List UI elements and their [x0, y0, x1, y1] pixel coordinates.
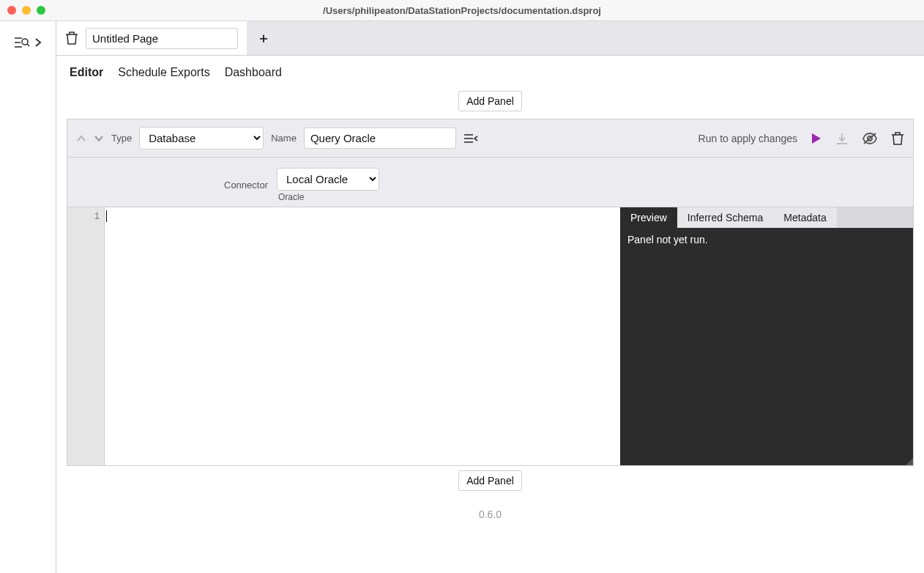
code-gutter: 1 [67, 207, 105, 465]
window-controls [0, 6, 45, 15]
run-hint: Run to apply changes [698, 133, 797, 144]
nav-dashboard[interactable]: Dashboard [225, 66, 282, 79]
svg-line-4 [27, 44, 29, 46]
connector-select[interactable]: Local Oracle [277, 168, 379, 191]
panel-header: Type Database Name [67, 119, 913, 158]
add-page-button[interactable]: ＋ [247, 29, 280, 47]
panel: Type Database Name [67, 119, 914, 466]
window-title: /Users/philipeaton/DataStationProjects/d… [0, 5, 924, 16]
page-tab[interactable] [56, 21, 247, 55]
add-panel-button-bottom[interactable]: Add Panel [458, 470, 522, 491]
add-panel-button-top[interactable]: Add Panel [458, 91, 522, 111]
tab-preview[interactable]: Preview [620, 207, 677, 228]
chevron-right-icon[interactable] [34, 37, 42, 48]
preview-message: Panel not yet run. [627, 234, 708, 245]
connector-kind: Oracle [278, 192, 304, 202]
close-window-icon[interactable] [7, 6, 16, 15]
minimize-window-icon[interactable] [22, 6, 31, 15]
panel-name-input[interactable] [304, 127, 456, 149]
text-caret [106, 210, 107, 222]
filter-search-icon[interactable] [14, 36, 30, 49]
connector-label: Connector [224, 180, 268, 191]
move-panel-up-icon[interactable] [76, 135, 86, 142]
panel-config-row: Connector Local Oracle Oracle [67, 158, 913, 207]
sidebar [0, 21, 56, 573]
tab-inferred-schema[interactable]: Inferred Schema [677, 207, 774, 228]
app-version: 0.6.0 [56, 498, 924, 533]
name-label: Name [271, 133, 297, 144]
zoom-window-icon[interactable] [37, 6, 45, 15]
preview-pane: Preview Inferred Schema Metadata Panel n… [620, 207, 913, 465]
svg-marker-8 [812, 133, 821, 144]
move-panel-down-icon[interactable] [94, 135, 104, 142]
editor-nav: Editor Schedule Exports Dashboard [56, 56, 924, 86]
collapse-details-icon[interactable] [463, 133, 478, 144]
page-name-input[interactable] [86, 28, 238, 49]
line-number: 1 [67, 210, 100, 221]
resize-handle-icon[interactable] [906, 458, 913, 465]
tab-metadata[interactable]: Metadata [773, 207, 836, 228]
panel-body: 1 Preview Inferred Schema Metadata Panel… [67, 207, 913, 465]
delete-panel-icon[interactable] [891, 131, 904, 146]
type-label: Type [111, 133, 132, 144]
code-editor[interactable] [105, 207, 620, 465]
preview-content: Panel not yet run. [620, 228, 913, 465]
nav-schedule-exports[interactable]: Schedule Exports [118, 66, 209, 79]
download-icon[interactable] [835, 132, 849, 145]
panel-type-select[interactable]: Database [139, 127, 264, 149]
svg-point-3 [22, 39, 28, 45]
delete-page-icon[interactable] [65, 31, 78, 45]
window-titlebar: /Users/philipeaton/DataStationProjects/d… [0, 0, 924, 21]
preview-tabs: Preview Inferred Schema Metadata [620, 207, 913, 228]
nav-editor[interactable]: Editor [70, 66, 103, 79]
visibility-off-icon[interactable] [862, 132, 878, 145]
run-panel-icon[interactable] [811, 133, 822, 144]
page-tabs: ＋ [56, 21, 924, 56]
